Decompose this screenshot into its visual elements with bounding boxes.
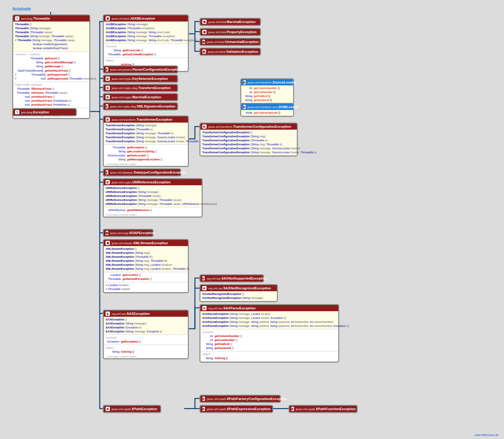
class-icon: ☕ xyxy=(15,110,19,114)
class-saxparseexception[interactable]: ◐org.xml.sax.SAXParseException SAXParseE… xyxy=(200,304,339,363)
class-icon: ◧ xyxy=(291,407,294,411)
class-urireferenceexception[interactable]: ◧javax.xml.crypto.URIReferenceException … xyxy=(103,178,203,218)
class-icon: ◧ xyxy=(106,86,110,90)
class-icon: ◐ xyxy=(202,306,207,310)
class-xmlstreamexception[interactable]: ▦javax.xml.stream.XMLStreamException XML… xyxy=(103,239,189,293)
class-transformerconfigurationexception[interactable]: ◧javax.xml.transform.TransformerConfigur… xyxy=(200,123,298,156)
class-icon: ◧ xyxy=(106,170,108,174)
class-saxnotsupported[interactable]: ◐org.xml.sax.SAXNotSupportedException xyxy=(200,274,264,282)
class-throwable[interactable]: ☕java.lang.Throwable Throwable ()Throwab… xyxy=(12,14,90,119)
class-transformerexception[interactable]: ◧javax.xml.transform.TransformerExceptio… xyxy=(103,116,189,167)
interface-icon: ◧ xyxy=(243,105,246,109)
class-icon: ▦ xyxy=(106,241,110,245)
class-saxexception[interactable]: ◐org.xml.sax.SAXException SAXException (… xyxy=(103,310,189,359)
class-icon: ◐ xyxy=(202,276,205,280)
class-icon: ◧ xyxy=(106,117,110,122)
class-icon: ◧ xyxy=(202,397,205,401)
iface-domlocator[interactable]: ◧javax.xml.transform.dom.DOMLocator Node… xyxy=(240,103,294,117)
class-xpathexpressionexception[interactable]: ◧javax.xml.xpath.XPathExpressionExceptio… xyxy=(200,405,273,413)
class-icon: ◧ xyxy=(106,104,108,108)
class-validationexception[interactable]: ▦javax.xml.bind.ValidationException xyxy=(200,48,261,56)
class-icon: ◧ xyxy=(202,124,207,129)
footer-link[interactable]: www.falkhausen.de xyxy=(475,433,498,437)
class-icon: ▦ xyxy=(202,49,206,54)
class-jaxbexception[interactable]: ▦javax.xml.bind.JAXBException JAXBExcept… xyxy=(103,14,189,72)
class-icon: ▦ xyxy=(106,16,110,21)
class-xpathexception[interactable]: ◧javax.xml.xpath.XPathException xyxy=(103,405,161,413)
class-icon: ◐ xyxy=(202,286,207,290)
class-exception[interactable]: ☕java.lang.Exception xyxy=(12,108,77,116)
iface-sourcelocator[interactable]: ◧javax.xml.transform.SourceLocator int g… xyxy=(240,78,294,104)
class-keyselectorexception[interactable]: ◧javax.xml.crypto.KeySelectorException xyxy=(103,75,178,83)
class-icon: ▦ xyxy=(202,20,207,24)
class-icon: ◐ xyxy=(106,312,110,316)
class-icon: ▦ xyxy=(202,40,205,44)
class-icon: ◧ xyxy=(202,407,205,411)
class-transformexception[interactable]: ◧javax.xml.crypto.dsig.TransformExceptio… xyxy=(103,84,178,92)
class-marshalexception[interactable]: ◧javax.xml.crypto.MarshalException xyxy=(103,93,178,101)
class-unmarshalexception[interactable]: ▦javax.xml.bind.UnmarshalException xyxy=(200,38,261,46)
class-propertyexception[interactable]: ▦javax.xml.bind.PropertyException xyxy=(200,28,261,36)
class-icon: ▦ xyxy=(202,30,207,34)
class-xpathfunctionexception[interactable]: ◧javax.xml.xpath.XPathFunctionException xyxy=(289,405,358,413)
class-xmlsignatureexception[interactable]: ◧javax.xml.crypto.dsig.XMLSignatureExcep… xyxy=(103,102,178,110)
class-marshalexception[interactable]: ▦javax.xml.bind.MarshalException xyxy=(200,18,261,26)
class-icon: ◧ xyxy=(106,67,108,72)
class-xpathfactoryconfigurationexception[interactable]: ◧javax.xml.xpath.XPathFactoryConfigurati… xyxy=(200,395,281,403)
class-icon: ◧ xyxy=(106,95,110,99)
class-saxnotrecognized[interactable]: ◐org.xml.sax.SAXNotRecognizedException S… xyxy=(200,284,278,302)
class-icon: ◧ xyxy=(106,180,110,184)
interface-icon: ◧ xyxy=(243,80,246,84)
class-soapexception[interactable]: ▦javax.xml.soap.SOAPException xyxy=(103,229,153,237)
class-datatypeconfigurationexception[interactable]: ◧javax.xml.datatype.DatatypeConfiguratio… xyxy=(103,168,181,176)
class-icon: ◧ xyxy=(106,407,110,411)
class-parserconfigurationexception[interactable]: ◧javax.xml.parsers.ParserConfigurationEx… xyxy=(103,65,178,73)
link-serializable[interactable]: Serializable xyxy=(12,7,31,10)
class-icon: ◧ xyxy=(106,76,110,81)
class-icon: ☕ xyxy=(15,16,19,21)
class-icon: ▦ xyxy=(106,231,108,235)
